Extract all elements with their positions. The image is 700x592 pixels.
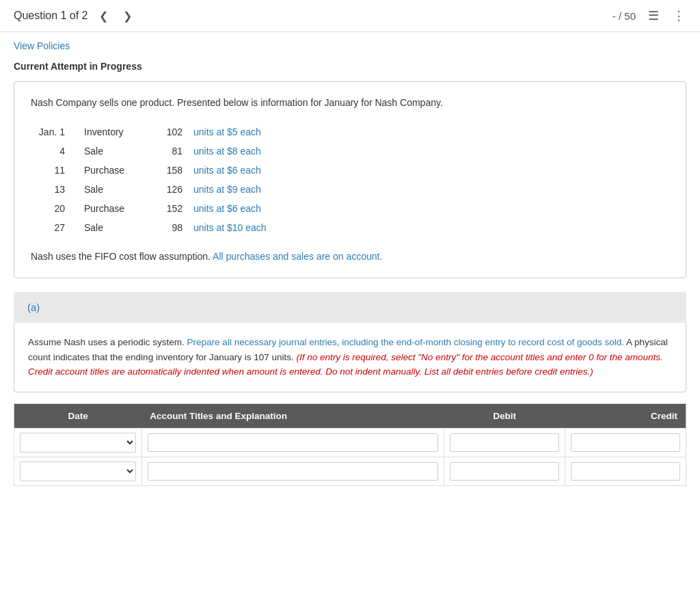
- credit-input-2[interactable]: [571, 462, 680, 481]
- row-date: Jan. 1: [31, 122, 79, 142]
- col-header-debit: Debit: [444, 403, 565, 428]
- instructions-plain1: Assume Nash uses a periodic system.: [28, 337, 187, 347]
- row-date: 27: [31, 218, 79, 237]
- question-footer: Nash uses the FIFO cost flow assumption.…: [31, 250, 669, 264]
- view-policies-link[interactable]: View Policies: [14, 40, 70, 51]
- entry-debit-cell-2: [444, 457, 565, 485]
- row-date: 11: [31, 161, 79, 180]
- row-desc: units at $9 each: [188, 180, 669, 199]
- row-qty: 126: [147, 180, 188, 199]
- col-header-account: Account Titles and Explanation: [142, 403, 444, 428]
- section-a-label: (a): [27, 301, 40, 313]
- col-header-date: Date: [14, 403, 142, 428]
- journal-entry-row: [14, 457, 686, 485]
- date-select-1[interactable]: [20, 433, 136, 453]
- next-button[interactable]: ❯: [119, 8, 136, 24]
- question-intro: Nash Company sells one product. Presente…: [31, 96, 669, 110]
- section-a-header: (a): [14, 292, 686, 323]
- row-type: Sale: [79, 180, 147, 199]
- row-type: Inventory: [79, 122, 147, 142]
- row-date: 4: [31, 142, 79, 161]
- debit-input-1[interactable]: [450, 433, 559, 452]
- header-right: - / 50 ☰ ⋮: [612, 7, 686, 25]
- score-label: - / 50: [612, 10, 636, 22]
- credit-input-1[interactable]: [571, 433, 680, 452]
- table-row: Jan. 1 Inventory 102 units at $5 each: [31, 122, 669, 142]
- entry-date-cell: [14, 428, 142, 457]
- row-desc: units at $10 each: [188, 218, 669, 237]
- account-input-2[interactable]: [148, 462, 438, 481]
- entry-account-cell-2: [142, 457, 444, 485]
- row-desc: units at $5 each: [188, 122, 669, 142]
- row-qty: 81: [147, 142, 188, 161]
- instructions-blue1: Prepare all necessary journal entries, i…: [187, 337, 624, 347]
- row-type: Purchase: [79, 199, 147, 218]
- footer-blue: All purchases and sales are on account.: [213, 251, 382, 262]
- prev-button[interactable]: ❮: [95, 8, 112, 24]
- row-desc: units at $8 each: [188, 142, 669, 161]
- row-qty: 102: [147, 122, 188, 142]
- current-attempt-label: Current Attempt in Progress: [0, 54, 700, 81]
- entry-credit-cell-2: [565, 457, 686, 485]
- entry-account-cell: [142, 428, 444, 457]
- journal-table-wrapper: Date Account Titles and Explanation Debi…: [14, 403, 686, 486]
- question-label: Question 1 of 2: [14, 10, 88, 22]
- table-row: 13 Sale 126 units at $9 each: [31, 180, 669, 199]
- col-header-credit: Credit: [565, 403, 686, 428]
- row-desc: units at $6 each: [188, 199, 669, 218]
- debit-input-2[interactable]: [450, 462, 559, 481]
- row-type: Sale: [79, 142, 147, 161]
- header-left: Question 1 of 2 ❮ ❯: [14, 8, 136, 24]
- list-icon-button[interactable]: ☰: [647, 7, 660, 25]
- table-row: 4 Sale 81 units at $8 each: [31, 142, 669, 161]
- row-type: Purchase: [79, 161, 147, 180]
- header: Question 1 of 2 ❮ ❯ - / 50 ☰ ⋮: [0, 0, 700, 32]
- row-desc: units at $6 each: [188, 161, 669, 180]
- footer-plain: Nash uses the FIFO cost flow assumption.: [31, 251, 213, 262]
- journal-entry-table: Date Account Titles and Explanation Debi…: [14, 403, 686, 486]
- question-box: Nash Company sells one product. Presente…: [14, 81, 686, 278]
- table-row: 11 Purchase 158 units at $6 each: [31, 161, 669, 180]
- table-row: 20 Purchase 152 units at $6 each: [31, 199, 669, 218]
- row-date: 13: [31, 180, 79, 199]
- table-row: 27 Sale 98 units at $10 each: [31, 218, 669, 237]
- row-qty: 158: [147, 161, 188, 180]
- date-select-2[interactable]: [20, 461, 136, 481]
- account-input-1[interactable]: [148, 433, 438, 452]
- entry-credit-cell: [565, 428, 686, 457]
- more-options-button[interactable]: ⋮: [671, 7, 686, 25]
- row-date: 20: [31, 199, 79, 218]
- instructions-box: Assume Nash uses a periodic system. Prep…: [14, 323, 686, 392]
- journal-entry-row: [14, 428, 686, 457]
- row-qty: 152: [147, 199, 188, 218]
- row-type: Sale: [79, 218, 147, 237]
- entry-debit-cell: [444, 428, 565, 457]
- row-qty: 98: [147, 218, 188, 237]
- instructions-text: Assume Nash uses a periodic system. Prep…: [28, 335, 672, 379]
- inventory-table: Jan. 1 Inventory 102 units at $5 each 4 …: [31, 122, 669, 237]
- entry-date-cell-2: [14, 457, 142, 485]
- table-header-row: Date Account Titles and Explanation Debi…: [14, 403, 686, 428]
- view-policies-section: View Policies: [0, 32, 700, 54]
